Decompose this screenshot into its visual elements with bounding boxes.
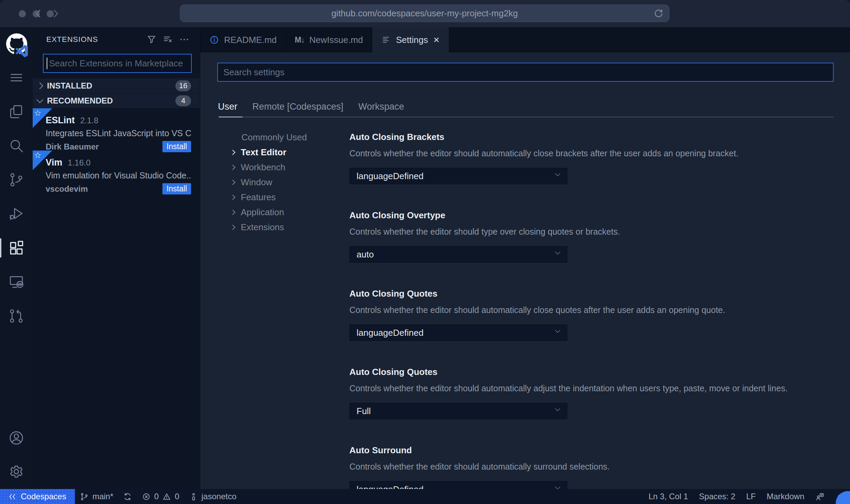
chevron-down-icon xyxy=(36,96,43,103)
settings-toc: Commonly Used Text Editor Workbench Wind… xyxy=(217,130,349,489)
search-icon xyxy=(8,137,25,154)
extension-version: 2.1.8 xyxy=(80,116,98,125)
scope-tab-workspace[interactable]: Workspace xyxy=(358,101,404,112)
language-mode-status[interactable]: Markdown xyxy=(761,489,810,504)
sync-status[interactable] xyxy=(118,489,137,504)
info-icon xyxy=(209,35,219,45)
setting-value-dropdown[interactable]: Full xyxy=(349,403,567,419)
workbench: EXTENSIONS INSTALLED 16 xyxy=(0,27,850,489)
activity-explorer-button[interactable] xyxy=(0,95,33,129)
chevron-down-icon xyxy=(555,249,561,255)
toc-window[interactable]: Window xyxy=(231,175,349,190)
activity-remote-explorer-button[interactable] xyxy=(0,265,33,299)
scope-tab-remote[interactable]: Remote [Codespaces] xyxy=(252,101,343,112)
extension-publisher: Dirk Baeumer xyxy=(46,142,162,152)
error-count: 0 xyxy=(154,492,159,501)
url-bar[interactable]: github.com/codespaces/user-my-project-mg… xyxy=(180,4,670,22)
extension-item-eslint[interactable]: ☆ ESLint 2.1.8 Integrates ESLint JavaScr… xyxy=(33,108,200,151)
setting-title: Auto Closing Quotes xyxy=(349,367,834,377)
activity-search-button[interactable] xyxy=(0,129,33,163)
git-branch-status[interactable]: main* xyxy=(75,489,118,504)
tab-readme[interactable]: README.md xyxy=(200,27,286,52)
install-button[interactable]: Install xyxy=(162,183,191,194)
tab-newissue[interactable]: M↓ NewIssue.md xyxy=(286,27,372,52)
setting-value-dropdown[interactable]: languageDefined xyxy=(349,168,567,184)
setting-value-dropdown[interactable]: auto xyxy=(349,246,567,263)
activity-source-control-button[interactable] xyxy=(0,163,33,197)
menu-button[interactable] xyxy=(0,61,33,95)
chevron-right-icon xyxy=(36,82,43,89)
more-actions-button[interactable] xyxy=(176,33,192,46)
sync-icon xyxy=(123,492,132,501)
toc-workbench[interactable]: Workbench xyxy=(231,160,349,175)
close-tab-button[interactable]: × xyxy=(433,35,440,45)
settings-search-input[interactable] xyxy=(217,63,834,82)
chevron-down-icon xyxy=(555,171,561,176)
toc-label: Commonly Used xyxy=(241,132,307,143)
vscode-logo-icon xyxy=(16,45,28,57)
scope-tab-user[interactable]: User xyxy=(218,101,237,112)
status-bar-right: Ln 3, Col 1 Spaces: 2 LF Markdown xyxy=(643,489,850,504)
toc-commonly-used[interactable]: Commonly Used xyxy=(231,130,349,145)
section-recommended[interactable]: RECOMMENDED 4 xyxy=(33,93,200,108)
setting-value-dropdown[interactable]: languageDefined xyxy=(349,481,567,489)
tab-label: README.md xyxy=(224,35,277,45)
problems-status[interactable]: 0 0 xyxy=(137,489,184,504)
filter-extensions-button[interactable] xyxy=(143,33,160,46)
toc-extensions[interactable]: Extensions xyxy=(231,220,349,235)
activity-bar xyxy=(0,27,33,489)
indentation-status[interactable]: Spaces: 2 xyxy=(694,489,741,504)
chevron-right-icon xyxy=(230,149,236,155)
installed-count-badge: 16 xyxy=(175,80,191,91)
toc-label: Extensions xyxy=(241,222,284,233)
extensions-search-input[interactable] xyxy=(43,54,192,73)
toc-features[interactable]: Features xyxy=(231,190,349,205)
activity-extensions-button[interactable] xyxy=(0,231,33,265)
settings-list-icon xyxy=(381,35,391,45)
setting-value-dropdown[interactable]: languageDefined xyxy=(349,325,567,341)
tab-settings[interactable]: Settings × xyxy=(372,27,449,52)
reload-button[interactable] xyxy=(654,9,664,19)
setting-title: Auto Closing Overtype xyxy=(349,210,834,221)
cursor-position-label: Ln 3, Col 1 xyxy=(648,492,688,501)
setting-title: Auto Closing Quotes xyxy=(349,288,834,299)
browser-chrome: github.com/codespaces/user-my-project-mg… xyxy=(0,0,850,27)
section-installed[interactable]: INSTALLED 16 xyxy=(33,78,200,93)
activity-settings-button[interactable] xyxy=(0,455,33,489)
section-label: RECOMMENDED xyxy=(47,96,175,106)
gear-icon xyxy=(8,463,25,481)
branch-label: main* xyxy=(92,492,113,501)
toc-text-editor[interactable]: Text Editor xyxy=(231,145,349,160)
github-codespaces-logo xyxy=(0,32,33,61)
user-status[interactable]: jasonetco xyxy=(184,489,241,504)
status-bar: Codespaces main* 0 0 jasonetco Ln 3, Col… xyxy=(0,489,850,504)
eol-status[interactable]: LF xyxy=(741,489,761,504)
warning-count: 0 xyxy=(175,492,179,501)
markdown-icon: M↓ xyxy=(295,35,305,45)
explorer-files-icon xyxy=(8,103,25,120)
feedback-button[interactable] xyxy=(810,489,830,504)
activity-pull-requests-button[interactable] xyxy=(0,299,33,333)
settings-body: Commonly Used Text Editor Workbench Wind… xyxy=(217,130,834,489)
cursor-position-status[interactable]: Ln 3, Col 1 xyxy=(643,489,693,504)
setting-description: Controls whether the editor should autom… xyxy=(349,383,834,393)
extension-item-vim[interactable]: ☆ Vim 1.16.0 Vim emulation for Visual St… xyxy=(33,151,200,193)
settings-entries: Auto Closing Brackets Controls whether t… xyxy=(349,130,834,489)
activity-account-button[interactable] xyxy=(0,421,33,455)
toc-application[interactable]: Application xyxy=(231,205,349,220)
sidebar-header: EXTENSIONS xyxy=(33,27,200,52)
codespaces-remote-indicator[interactable]: Codespaces xyxy=(0,489,75,504)
clear-extensions-search-button[interactable] xyxy=(160,33,176,46)
star-icon: ☆ xyxy=(34,108,42,118)
close-window-button[interactable] xyxy=(19,10,26,17)
browser-forward-button[interactable] xyxy=(49,7,62,20)
scope-tab-active-indicator xyxy=(219,116,242,117)
setting-auto-closing-quotes: Auto Closing Quotes Controls whether the… xyxy=(349,288,834,341)
browser-back-button[interactable] xyxy=(32,7,45,20)
clear-list-icon xyxy=(162,34,173,45)
selected-value: languageDefined xyxy=(357,171,424,182)
chevron-right-icon xyxy=(230,224,236,230)
git-branch-icon xyxy=(80,492,89,501)
person-icon xyxy=(189,492,198,501)
activity-run-debug-button[interactable] xyxy=(0,197,33,231)
